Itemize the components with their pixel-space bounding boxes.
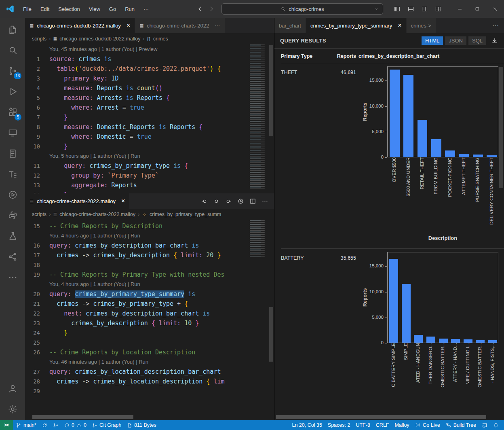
code-line[interactable]: 13 aggregate: Reports: [25, 180, 250, 190]
activity-notebooks[interactable]: [0, 143, 25, 164]
cast-item[interactable]: [479, 420, 490, 430]
menu-edit[interactable]: Edit: [36, 0, 54, 18]
encoding-item[interactable]: UTF-8: [353, 420, 373, 430]
forward-icon[interactable]: [208, 5, 215, 13]
activity-outline[interactable]: [0, 164, 25, 184]
editor-pane-top[interactable]: You, 45 minutes ago | 1 author (You) | P…: [25, 44, 274, 193]
activity-accounts[interactable]: [0, 378, 25, 399]
format-json-button[interactable]: JSON: [445, 36, 466, 45]
toggle-secondary-sidebar-icon[interactable]: [418, 0, 431, 18]
code-line[interactable]: 1source: crimes is: [25, 54, 250, 64]
code-line[interactable]: 14 }: [25, 190, 250, 193]
format-sql-button[interactable]: SQL: [468, 36, 486, 45]
remote-indicator[interactable]: ><: [0, 420, 13, 430]
format-html-button[interactable]: HTML: [422, 36, 443, 45]
code-line[interactable]: 2 table('duckdb:../data/crimes-2022.parq…: [25, 64, 250, 74]
breadcrumb-folder[interactable]: scripts: [32, 36, 46, 42]
activity-malloy[interactable]: [0, 246, 25, 267]
tab-chicago-crime-charts[interactable]: ≣ chicago-crime-charts-2022.malloy ×: [25, 193, 130, 209]
cursor-position-item[interactable]: Ln 20, Col 35: [289, 420, 325, 430]
breadcrumb-folder[interactable]: scripts: [32, 212, 46, 217]
circle-icon[interactable]: [213, 198, 220, 205]
tab-crimes[interactable]: crimes->: [407, 18, 436, 33]
code-line[interactable]: 8 measure: Domestic_Reports is Reports {: [25, 122, 250, 132]
tab-chicago-crime-charts-2022[interactable]: ≣chicago-crime-charts-2022⋯: [135, 18, 225, 33]
minimap[interactable]: [250, 220, 268, 257]
toggle-sidebar-icon[interactable]: [390, 0, 404, 18]
maximize-button[interactable]: [468, 0, 486, 18]
go-live-item[interactable]: Go Live: [412, 420, 443, 430]
toggle-panel-icon[interactable]: [404, 0, 418, 18]
activity-live-server[interactable]: [0, 184, 25, 205]
results-scrollbar-vertical[interactable]: [498, 49, 504, 420]
minimap[interactable]: [250, 44, 268, 189]
code-line[interactable]: 7 }: [25, 112, 250, 122]
code-line[interactable]: 19-- Crime Reports by Primary Type with …: [25, 270, 250, 280]
activity-search[interactable]: [0, 40, 25, 61]
scrollbar-vertical[interactable]: [268, 220, 274, 420]
close-window-button[interactable]: [486, 0, 504, 18]
results-scrollbar-horizontal[interactable]: [276, 415, 486, 419]
code-line[interactable]: 3 primary_key: ID: [25, 74, 250, 83]
build-tree-item[interactable]: Build Tree: [443, 420, 479, 430]
activity-remote-explorer[interactable]: [0, 123, 25, 143]
code-line[interactable]: 28 crimes -> crimes_by_location_descript…: [25, 377, 250, 386]
circle-right-icon[interactable]: [225, 198, 232, 205]
split-editor-icon[interactable]: [249, 198, 256, 205]
code-line[interactable]: 9 where: Domestic = true: [25, 132, 250, 142]
close-icon[interactable]: ×: [398, 22, 401, 29]
activity-run-debug[interactable]: [0, 81, 25, 102]
activity-sql-tools[interactable]: [0, 226, 25, 246]
tab-bar-chart[interactable]: bar_chart: [274, 18, 306, 33]
activity-more-views[interactable]: [0, 267, 25, 288]
code-line[interactable]: 23 crimes_by_description { limit: 10 }: [25, 318, 250, 328]
activity-python[interactable]: [0, 205, 25, 226]
file-size-item[interactable]: 811 Bytes: [124, 420, 159, 430]
code-line[interactable]: 16query: crimes_by_description_bar_chart…: [25, 241, 250, 250]
code-line[interactable]: 5 measure: Arrests is Reports {: [25, 93, 250, 103]
activity-explorer[interactable]: [0, 19, 25, 40]
notifications-item[interactable]: [490, 420, 502, 430]
git-graph-item[interactable]: Git Graph: [89, 420, 124, 430]
more-tabs-icon[interactable]: ⋯: [487, 18, 504, 33]
code-line[interactable]: 12 group_by: `Primary Type`: [25, 171, 250, 180]
code-line[interactable]: 27query: crimes_by_location_description_…: [25, 367, 250, 377]
breadcrumb-file[interactable]: chicago-crimes-duckdb-2022.malloy: [59, 36, 140, 42]
command-center-search[interactable]: chicago-crimes: [221, 3, 383, 15]
editor-pane-bottom[interactable]: 15-- Crime Reports by DescriptionYou, 4 …: [25, 220, 274, 420]
menu-go[interactable]: Go: [105, 0, 120, 18]
breadcrumb-file[interactable]: chicago-crime-charts-2022.malloy: [59, 212, 135, 217]
code-line[interactable]: 25: [25, 338, 250, 347]
problems-item[interactable]: 0 0: [61, 420, 89, 430]
customize-layout-icon[interactable]: [431, 0, 445, 18]
code-line[interactable]: 17 crimes -> crimes_by_description { lim…: [25, 250, 250, 260]
code-line[interactable]: 24 }: [25, 328, 250, 338]
circle-left-icon[interactable]: [201, 198, 208, 205]
git-graph-icon-item[interactable]: [50, 420, 61, 430]
code-line[interactable]: 21 crimes -> crimes_by_primary_type + {: [25, 299, 250, 309]
code-line[interactable]: 15-- Crime Reports by Description: [25, 221, 250, 231]
code-line[interactable]: 4 measure: Reports is count(): [25, 83, 250, 93]
sync-item[interactable]: [39, 420, 50, 430]
breadcrumb-symbol[interactable]: crimes: [153, 36, 168, 42]
close-icon[interactable]: ×: [121, 197, 125, 205]
activity-extensions[interactable]: 5: [0, 102, 25, 123]
code-line[interactable]: 29: [25, 386, 250, 396]
code-line[interactable]: 11 query: crimes_by_primary_type is {: [25, 161, 250, 171]
language-mode-item[interactable]: Malloy: [392, 420, 412, 430]
code-line[interactable]: 20query: crimes_by_primary_type_summary …: [25, 289, 250, 299]
branch-item[interactable]: main*: [13, 420, 39, 430]
play-circle-icon[interactable]: [237, 198, 244, 205]
breadcrumb-symbol[interactable]: crimes_by_primary_type_summ: [150, 212, 221, 217]
minimize-button[interactable]: [451, 0, 468, 18]
indentation-item[interactable]: Spaces: 2: [325, 420, 353, 430]
more-actions-icon[interactable]: [261, 198, 268, 205]
chevron-down-icon[interactable]: [374, 6, 379, 12]
tab-chicago-crimes-duckdb-2022-malloy[interactable]: ≣chicago-crimes-duckdb-2022.malloy×: [25, 18, 135, 33]
tab-more-icon[interactable]: ⋯: [215, 23, 220, 29]
code-line[interactable]: 22 nest: crimes_by_description_bar_chart…: [25, 309, 250, 318]
activity-source-control[interactable]: 13: [0, 61, 25, 81]
close-icon[interactable]: ×: [127, 22, 130, 29]
code-line[interactable]: 10 }: [25, 142, 250, 151]
scrollbar-horizontal[interactable]: [32, 415, 133, 419]
